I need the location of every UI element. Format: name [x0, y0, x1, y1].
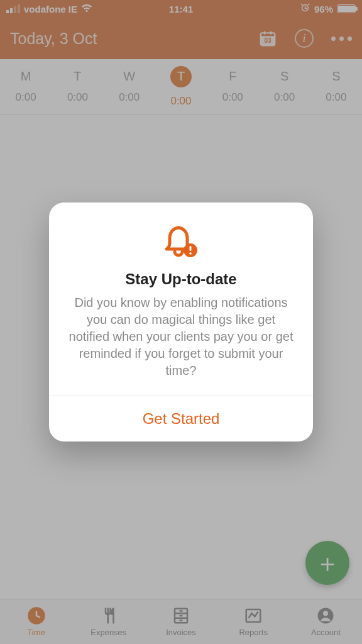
- svg-rect-19: [190, 246, 192, 251]
- modal-title: Stay Up-to-date: [65, 270, 297, 288]
- bell-alert-icon: [65, 224, 297, 262]
- get-started-button[interactable]: Get Started: [49, 396, 313, 441]
- app-root: vodafone IE 11:41 96% Today, 3 Oct: [0, 0, 362, 644]
- modal-body-text: Did you know by enabling notifications y…: [65, 294, 297, 379]
- notifications-modal: Stay Up-to-date Did you know by enabling…: [49, 203, 313, 441]
- svg-point-20: [189, 252, 192, 255]
